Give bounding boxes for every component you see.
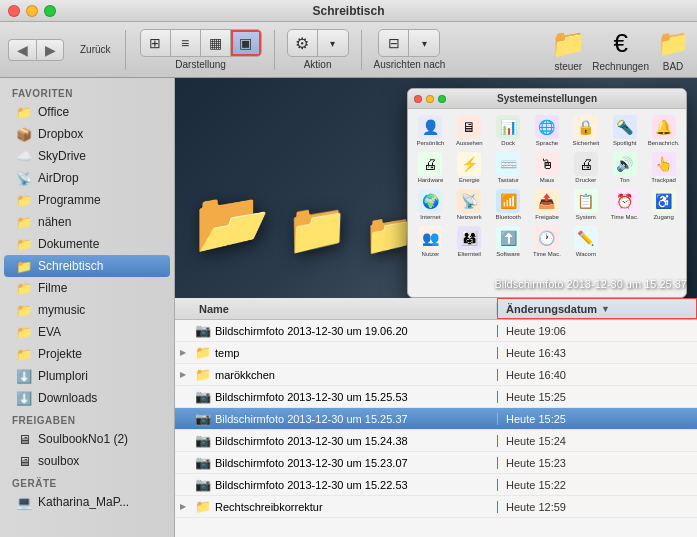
- aktion-btn[interactable]: ⚙: [288, 30, 318, 56]
- file-name-text: Bildschirmfoto 2013-12-30 um 15.25.53: [215, 391, 408, 403]
- table-row[interactable]: 📷Bildschirmfoto 2013-12-30 um 15.25.53He…: [175, 386, 697, 408]
- sidebar-item-dokumente[interactable]: 📁Dokumente: [4, 233, 170, 255]
- expand-arrow[interactable]: ▶: [175, 348, 191, 357]
- sidebar-item-dropbox[interactable]: 📦Dropbox: [4, 123, 170, 145]
- sidebar-item-downloads[interactable]: ⬇️Downloads: [4, 387, 170, 409]
- rechnungen-button[interactable]: € Rechnungen: [592, 27, 649, 72]
- steuer-label: steuer: [554, 61, 582, 72]
- sidebar-item-label: Filme: [38, 281, 67, 295]
- sidebar-item-icon: 📁: [16, 280, 32, 296]
- sidebar-item-icon: 📁: [16, 104, 32, 120]
- view-group: ⊞ ≡ ▦ ▣ Darstellung: [140, 29, 262, 70]
- syspref-icon-maus: 🖱: [535, 152, 559, 176]
- sidebar-item-skydrive[interactable]: ☁️SkyDrive: [4, 145, 170, 167]
- name-column-header[interactable]: Name: [191, 303, 497, 315]
- file-row-date: Heute 16:40: [497, 369, 697, 381]
- sidebar-item-label: nähen: [38, 215, 71, 229]
- sidebar-item-schreibtisch[interactable]: 📁Schreibtisch: [4, 255, 170, 277]
- syspref-icon-item: 🖨Hardware: [412, 150, 449, 185]
- sidebar-item-programme[interactable]: 📁Programme: [4, 189, 170, 211]
- file-list-header: Name Änderungsdatum ▼: [175, 298, 697, 320]
- table-row[interactable]: 📷Bildschirmfoto 2013-12-30 um 15.22.53He…: [175, 474, 697, 496]
- view-cover-btn[interactable]: ▣: [231, 30, 261, 56]
- close-button[interactable]: [8, 5, 20, 17]
- syspref-icon-nutzer: 👥: [418, 226, 442, 250]
- file-row-name: 📷Bildschirmfoto 2013-12-30 um 15.25.53: [191, 389, 497, 404]
- separator-3: [361, 30, 362, 70]
- table-row[interactable]: 📷Bildschirmfoto 2013-12-30 um 15.25.37He…: [175, 408, 697, 430]
- file-row-name: 📷Bildschirmfoto 2013-12-30 um 19.06.20: [191, 323, 497, 338]
- sidebar-item-nähen[interactable]: 📁nähen: [4, 211, 170, 233]
- syspref-icon-item: ♿Zugang: [645, 187, 682, 222]
- syspref-icon-timemachine: ⏰: [613, 189, 637, 213]
- syspref-icon-item: 👥Nutzer: [412, 224, 449, 259]
- sidebar-item-icon: ☁️: [16, 148, 32, 164]
- file-row-name: 📷Bildschirmfoto 2013-12-30 um 15.23.07: [191, 455, 497, 470]
- screenshot-icon: 📷: [195, 455, 211, 470]
- sidebar-item-label: SoulbookNo1 (2): [38, 432, 128, 446]
- back-label: Zurück: [80, 44, 111, 55]
- file-name-text: Bildschirmfoto 2013-12-30 um 15.24.38: [215, 435, 408, 447]
- bad-icon: 📁: [657, 27, 689, 59]
- view-list-btn[interactable]: ≡: [171, 30, 201, 56]
- sidebar-item-icon: 🖥: [16, 453, 32, 469]
- table-row[interactable]: ▶📁RechtschreibkorrekturHeute 12:59: [175, 496, 697, 518]
- sidebar-item-mymusic[interactable]: 📁mymusic: [4, 299, 170, 321]
- table-row[interactable]: 📷Bildschirmfoto 2013-12-30 um 19.06.20He…: [175, 320, 697, 342]
- folder-big-2: 📁: [286, 200, 348, 258]
- syspref-icon-item: 🔦Spotlight: [606, 113, 643, 148]
- sort-arrow: ▼: [601, 304, 610, 314]
- maximize-button[interactable]: [44, 5, 56, 17]
- sidebar-item-plumplori[interactable]: ⬇️Plumplori: [4, 365, 170, 387]
- file-row-name: 📷Bildschirmfoto 2013-12-30 um 15.24.38: [191, 433, 497, 448]
- file-row-name: 📁marökkchen: [191, 367, 497, 382]
- steuer-button[interactable]: 📁 steuer: [552, 27, 584, 72]
- syspref-icon-internet: 🌍: [418, 189, 442, 213]
- sidebar-item-icon: 📦: [16, 126, 32, 142]
- sidebar-item-filme[interactable]: 📁Filme: [4, 277, 170, 299]
- file-row-name: 📁Rechtschreibkorrektur: [191, 499, 497, 514]
- sidebar-item-label: Katharina_MaP...: [38, 495, 129, 509]
- syspref-icon-sicherheit: 🔒: [574, 115, 598, 139]
- sidebar-item-office[interactable]: 📁Office: [4, 101, 170, 123]
- table-row[interactable]: 📷Bildschirmfoto 2013-12-30 um 15.24.38He…: [175, 430, 697, 452]
- sidebar-item-soulbookno1-(2)[interactable]: 🖥SoulbookNo1 (2): [4, 428, 170, 450]
- syspref-icon-spotlight: 🔦: [613, 115, 637, 139]
- sidebar-item-label: Plumplori: [38, 369, 88, 383]
- syspref-icon-sprache: 🌐: [535, 115, 559, 139]
- sidebar-item-projekte[interactable]: 📁Projekte: [4, 343, 170, 365]
- sidebar-item-airdrop[interactable]: 📡AirDrop: [4, 167, 170, 189]
- aktion-arrow-btn[interactable]: ▾: [318, 30, 348, 56]
- expand-arrow[interactable]: ▶: [175, 370, 191, 379]
- nav-label-group: Zurück: [80, 44, 111, 55]
- syspref-max: [438, 95, 446, 103]
- syspref-window: Systemeinstellungen 👤Persönlich 🖥Aussehe…: [407, 88, 687, 298]
- view-icon-btn[interactable]: ⊞: [141, 30, 171, 56]
- table-row[interactable]: ▶📁tempHeute 16:43: [175, 342, 697, 364]
- sidebar-item-label: AirDrop: [38, 171, 79, 185]
- table-row[interactable]: ▶📁marökkchenHeute 16:40: [175, 364, 697, 386]
- forward-button[interactable]: ▶: [36, 39, 64, 61]
- expand-arrow[interactable]: ▶: [175, 502, 191, 511]
- syspref-icon-system: 📋: [574, 189, 598, 213]
- sidebar-item-icon: 📁: [16, 258, 32, 274]
- date-column-header[interactable]: Änderungsdatum ▼: [497, 298, 697, 319]
- sidebar-item-katharina_map...[interactable]: 💻Katharina_MaP...: [4, 491, 170, 513]
- file-rows-container: 📷Bildschirmfoto 2013-12-30 um 19.06.20He…: [175, 320, 697, 518]
- ausrichten-btn[interactable]: ⊟: [379, 30, 409, 56]
- file-row-name: 📷Bildschirmfoto 2013-12-30 um 15.22.53: [191, 477, 497, 492]
- screenshot-icon: 📷: [195, 389, 211, 404]
- view-column-btn[interactable]: ▦: [201, 30, 231, 56]
- sidebar-item-eva[interactable]: 📁EVA: [4, 321, 170, 343]
- table-row[interactable]: 📷Bildschirmfoto 2013-12-30 um 15.23.07He…: [175, 452, 697, 474]
- ausrichten-arrow-btn[interactable]: ▾: [409, 30, 439, 56]
- ausrichten-label: Ausrichten nach: [374, 59, 446, 70]
- minimize-button[interactable]: [26, 5, 38, 17]
- folder-big-1: 📂: [195, 187, 270, 258]
- screenshot-icon: 📷: [195, 477, 211, 492]
- sidebar-item-soulbox[interactable]: 🖥soulbox: [4, 450, 170, 472]
- sidebar-item-icon: 📁: [16, 346, 32, 362]
- bad-button[interactable]: 📁 BAD: [657, 27, 689, 72]
- syspref-icon-trackpad: 👆: [652, 152, 676, 176]
- back-button[interactable]: ◀: [8, 39, 36, 61]
